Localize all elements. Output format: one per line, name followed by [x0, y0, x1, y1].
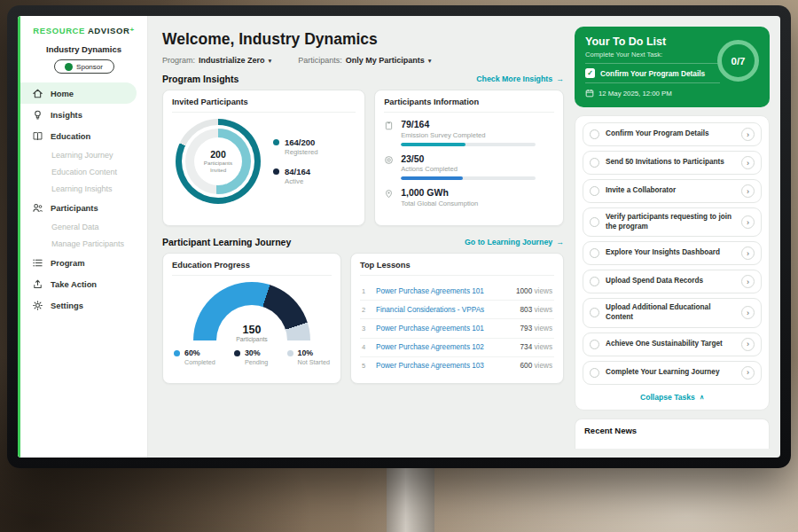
donut-legend: 164/200 Registered 84/164 Active [273, 137, 318, 185]
legend-dot [287, 350, 293, 356]
sidebar-item-manage-participants[interactable]: Manage Participants [20, 235, 147, 252]
task-checkbox[interactable] [590, 368, 599, 378]
task-chevron-icon[interactable]: › [741, 338, 755, 351]
legend-item: 30% Pending [234, 348, 268, 366]
learning-cards-row: Education Progress 150 Participants [162, 253, 564, 384]
lesson-link[interactable]: Financial Considerations - VPPAs [376, 306, 484, 314]
todo-summary-card: Your To Do List Complete Your Next Task:… [575, 27, 770, 107]
calendar-icon [585, 89, 594, 98]
legend-item: 60% Completed [174, 348, 215, 366]
sidebar-item-general-data[interactable]: General Data [20, 218, 147, 235]
todo-panel: Your To Do List Complete Your Next Task:… [575, 16, 780, 458]
collapse-tasks-button[interactable]: Collapse Tasks ∧ [583, 389, 762, 407]
org-name: Industry Dynamics [20, 44, 147, 54]
sponsor-badge[interactable]: Sponsor [54, 59, 114, 74]
sidebar-item-take-action[interactable]: Take Action [20, 273, 147, 294]
sidebar-item-learning-journey[interactable]: Learning Journey [20, 146, 147, 163]
task-checkbox[interactable] [590, 308, 599, 317]
task-row-explore-insights[interactable]: Explore Your Insights Dashboard › [583, 241, 762, 265]
stat-actions-completed: 23/50 Actions Completed [384, 153, 554, 181]
sidebar-item-settings[interactable]: Settings [20, 294, 147, 316]
lesson-link[interactable]: Power Purchase Agreements 101 [376, 287, 484, 295]
chevron-down-icon: ▾ [269, 57, 272, 65]
task-row-upload-spend-data[interactable]: Upload Spend Data Records › [583, 270, 762, 293]
recent-news-header: Recent News [575, 419, 770, 449]
legend-dot [174, 350, 180, 356]
invited-donut-chart: 200 Participants Invited [176, 119, 261, 204]
insights-cards-row: Invited Participants 200 Participants In… [162, 90, 564, 226]
task-chevron-icon[interactable]: › [741, 128, 755, 141]
logo-advisor: ADVISOR [88, 26, 129, 35]
task-row-confirm-program[interactable]: Confirm Your Program Details › [583, 122, 762, 146]
task-row-complete-learning-journey[interactable]: Complete Your Learning Journey › [583, 361, 762, 385]
task-checkbox[interactable] [590, 277, 599, 286]
education-gauge-chart: 150 Participants [193, 282, 310, 340]
task-chevron-icon[interactable]: › [741, 275, 755, 288]
due-date-row: 12 May 2025, 12:00 PM [585, 89, 759, 98]
task-checkbox[interactable] [590, 248, 599, 258]
filter-label: Participants: [298, 56, 342, 65]
task-row-verify-participants[interactable]: Verify participants requesting to join t… [583, 207, 762, 237]
lesson-link[interactable]: Power Purchase Agreements 102 [376, 343, 484, 351]
next-task-row[interactable]: ✓ Confirm Your Program Details [585, 63, 720, 83]
nav-label: Take Action [51, 279, 97, 289]
sidebar-item-learning-insights[interactable]: Learning Insights [20, 180, 147, 197]
card-title: Education Progress [172, 261, 332, 276]
lesson-link[interactable]: Power Purchase Agreements 101 [376, 325, 484, 332]
sidebar: RESOURCE ADVISOR+ Industry Dynamics Spon… [18, 16, 148, 458]
list-icon [32, 257, 43, 269]
task-chevron-icon[interactable]: › [741, 156, 755, 169]
education-progress-card: Education Progress 150 Participants [162, 253, 341, 384]
legend-item: 164/200 Registered [273, 137, 318, 156]
task-chevron-icon[interactable]: › [741, 215, 755, 229]
target-icon [384, 155, 394, 165]
lesson-row: 1 Power Purchase Agreements 101 1000 vie… [360, 282, 554, 301]
section-title: Participant Learning Journey [162, 237, 291, 247]
chevron-down-icon: ▾ [428, 57, 432, 65]
filter-value: Only My Participants [346, 56, 425, 65]
progress-track [401, 143, 536, 146]
check-more-insights-link[interactable]: Check More Insights → [476, 74, 564, 83]
sidebar-item-education-content[interactable]: Education Content [20, 163, 147, 180]
invited-participants-card: Invited Participants 200 Participants In… [162, 90, 365, 226]
nav-label: Learning Insights [51, 184, 113, 193]
filters-row: Program: Industrialize Zero ▾ Participan… [162, 56, 564, 65]
task-checkbox[interactable] [590, 129, 599, 139]
sidebar-item-education[interactable]: Education [20, 125, 147, 146]
task-chevron-icon[interactable]: › [741, 306, 755, 319]
stat-global-consumption: 1,000 GWh Total Global Consumption [384, 187, 554, 211]
logo-resource: RESOURCE [33, 26, 85, 35]
gauge-center-value: 150 [193, 324, 310, 336]
donut-center-value: 200 [210, 149, 226, 160]
go-to-learning-journey-link[interactable]: Go to Learning Journey → [465, 238, 564, 246]
nav-label: Education Content [51, 168, 117, 176]
progress-fill [401, 176, 463, 180]
checkbox-checked-icon: ✓ [585, 68, 595, 78]
task-row-invite-collaborator[interactable]: Invite a Collaborator › [583, 179, 762, 203]
sidebar-item-home[interactable]: Home [20, 82, 137, 104]
nav-label: Participants [51, 203, 98, 213]
task-checkbox[interactable] [590, 186, 599, 196]
task-chevron-icon[interactable]: › [741, 246, 755, 260]
main-content: Welcome, Industry Dynamics Program: Indu… [148, 16, 575, 458]
sidebar-item-insights[interactable]: Insights [20, 104, 147, 125]
task-chevron-icon[interactable]: › [741, 184, 755, 198]
book-icon [32, 130, 43, 142]
people-icon [32, 202, 43, 214]
program-filter[interactable]: Program: Industrialize Zero ▾ [162, 56, 271, 65]
task-checkbox[interactable] [590, 340, 599, 349]
lesson-link[interactable]: Power Purchase Agreements 103 [376, 362, 484, 370]
task-checkbox[interactable] [590, 158, 599, 168]
card-title: Top Lessons [360, 261, 554, 276]
task-row-upload-educational-content[interactable]: Upload Additional Educational Content › [583, 298, 762, 327]
task-chevron-icon[interactable]: › [741, 366, 755, 379]
task-checkbox[interactable] [590, 217, 599, 227]
legend-item: 10% Not Started [287, 348, 330, 366]
sidebar-item-program[interactable]: Program [20, 252, 147, 273]
participants-filter[interactable]: Participants: Only My Participants ▾ [298, 56, 431, 65]
lesson-row: 4 Power Purchase Agreements 102 734 view… [360, 339, 554, 357]
sidebar-item-participants[interactable]: Participants [20, 197, 147, 218]
task-row-achieve-sustainability-target[interactable]: Achieve One Sustainability Target › [583, 332, 762, 356]
task-row-send-invitations[interactable]: Send 50 Invitations to Participants › [583, 151, 762, 175]
nav-label: Education [51, 131, 90, 141]
